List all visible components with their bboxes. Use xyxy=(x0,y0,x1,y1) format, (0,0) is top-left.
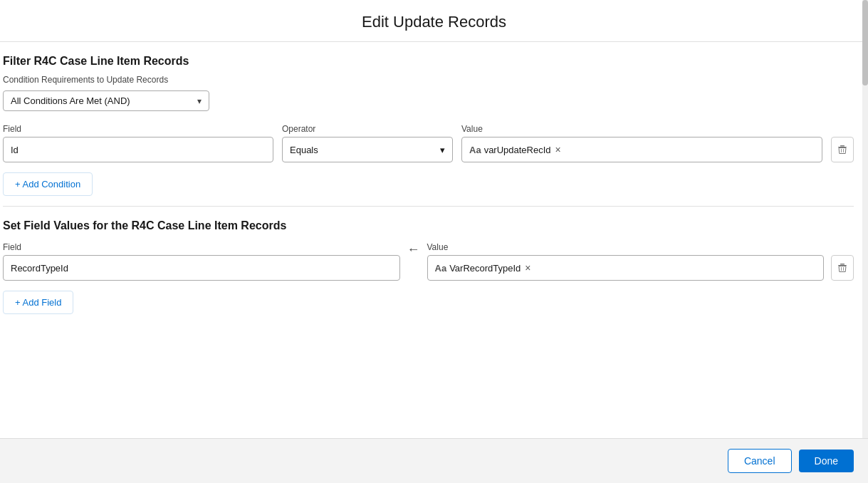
field-label: Field xyxy=(3,124,273,134)
set-value-text: VarRecordTypeId xyxy=(449,263,521,274)
set-field-label: Field xyxy=(3,242,400,252)
trash-icon xyxy=(837,144,848,155)
arrow-column: ← xyxy=(407,242,420,263)
set-value-tag: Aa VarRecordTypeId × xyxy=(435,262,531,274)
add-condition-button[interactable]: + Add Condition xyxy=(3,172,93,196)
field-input[interactable] xyxy=(3,137,273,162)
operator-column: Operator Equals ▾ xyxy=(282,124,453,162)
value-tag: Aa varUpdateRecId × xyxy=(469,144,561,155)
page-container: Edit Update Records Filter R4C Case Line… xyxy=(0,0,868,483)
operator-value: Equals xyxy=(290,145,318,155)
arrow-left-icon: ← xyxy=(407,242,420,257)
svg-rect-0 xyxy=(840,145,845,147)
delete-field-button[interactable] xyxy=(831,255,854,281)
conditions-dropdown[interactable]: All Conditions Are Met (AND) ▾ xyxy=(3,90,209,111)
svg-rect-1 xyxy=(838,147,847,147)
add-field-button[interactable]: + Add Field xyxy=(3,291,73,314)
filter-section-title: Filter R4C Case Line Item Records xyxy=(3,55,854,68)
set-value-close-icon[interactable]: × xyxy=(525,262,530,274)
dialog-footer: Cancel Done xyxy=(0,438,868,483)
set-field-input[interactable] xyxy=(3,255,400,281)
scrollbar-track xyxy=(862,0,868,483)
field-column: Field xyxy=(3,124,273,162)
dialog-title: Edit Update Records xyxy=(362,13,506,31)
add-field-label: + Add Field xyxy=(15,297,61,308)
value-icon: Aa xyxy=(469,145,481,155)
filter-section: Filter R4C Case Line Item Records Condit… xyxy=(3,42,854,207)
set-value-column: Value Aa VarRecordTypeId × xyxy=(427,242,825,281)
set-field-column: Field xyxy=(3,242,400,281)
add-condition-label: + Add Condition xyxy=(15,179,80,189)
set-value-icon: Aa xyxy=(435,263,447,274)
trash-icon-2 xyxy=(837,262,848,274)
operator-label: Operator xyxy=(282,124,453,134)
scrollbar-thumb[interactable] xyxy=(862,0,868,85)
value-text: varUpdateRecId xyxy=(484,145,551,155)
conditions-dropdown-value: All Conditions Are Met (AND) xyxy=(11,95,192,106)
dropdown-arrow-icon: ▾ xyxy=(197,96,202,106)
value-close-icon[interactable]: × xyxy=(555,144,561,155)
svg-rect-5 xyxy=(838,265,847,266)
value-label: Value xyxy=(461,124,822,134)
value-field[interactable]: Aa varUpdateRecId × xyxy=(461,137,822,162)
value-column: Value Aa varUpdateRecId × xyxy=(461,124,822,162)
set-value-label: Value xyxy=(427,242,825,252)
delete-condition-button[interactable] xyxy=(831,137,854,162)
svg-rect-4 xyxy=(840,264,845,265)
set-fields-section: Set Field Values for the R4C Case Line I… xyxy=(3,207,854,324)
operator-select[interactable]: Equals ▾ xyxy=(282,137,453,162)
operator-arrow-icon: ▾ xyxy=(440,145,445,155)
set-value-field[interactable]: Aa VarRecordTypeId × xyxy=(427,255,825,281)
dialog-header: Edit Update Records xyxy=(0,0,868,42)
condition-row: Field Operator Equals ▾ Value Aa va xyxy=(3,124,854,162)
set-fields-title: Set Field Values for the R4C Case Line I… xyxy=(3,219,854,232)
field-row: Field ← Value Aa VarRecordTypeId × xyxy=(3,242,854,281)
content-area: Filter R4C Case Line Item Records Condit… xyxy=(0,42,868,483)
condition-requirements-label: Condition Requirements to Update Records xyxy=(3,75,854,85)
done-button[interactable]: Done xyxy=(799,450,854,472)
cancel-button[interactable]: Cancel xyxy=(728,449,792,473)
